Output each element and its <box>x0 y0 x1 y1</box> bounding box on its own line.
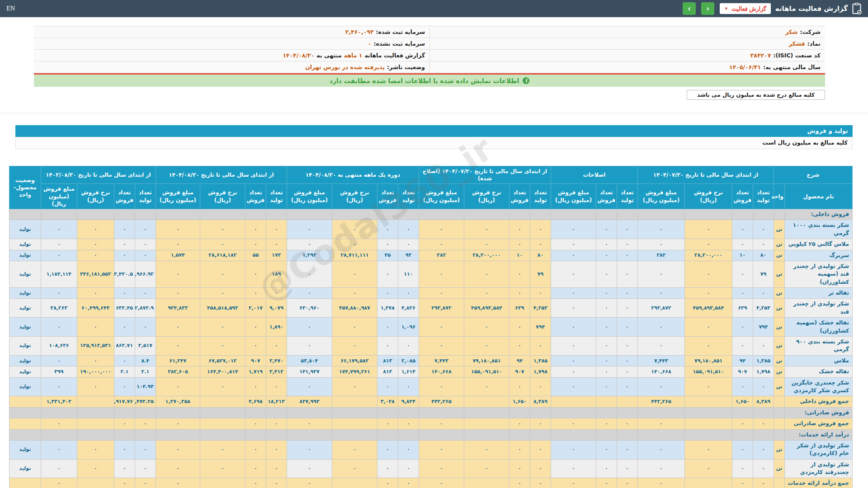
metric-column-header: تعداد تولید <box>753 184 774 209</box>
value-cell: ۰ <box>398 478 419 488</box>
value-cell: ۸۱۳ <box>377 355 398 366</box>
value-cell: ۰ <box>41 418 77 429</box>
value-cell: ۰ <box>637 220 684 239</box>
info-label: کد صنعت (ISIC): <box>773 52 821 59</box>
value-cell: ۰ <box>114 478 135 488</box>
metric-column-header: مبلغ فروش (میلیون ریال) <box>287 184 332 209</box>
value-cell: ۰ <box>200 440 245 459</box>
section-row: درآمد ارائه خدمات: <box>9 429 852 440</box>
value-cell: ۸۰ <box>753 250 774 261</box>
value-cell: ۰ <box>332 288 377 299</box>
info-field: سال مالی منتهی به:۱۴۰۵/۰۶/۳۱ <box>429 61 825 73</box>
value-cell <box>464 396 509 407</box>
value-cell: ۰ <box>617 250 637 261</box>
section-cell <box>287 407 332 418</box>
value-cell: ۰ <box>377 239 398 250</box>
value-cell: ۰ <box>377 318 398 337</box>
report-type-dropdown[interactable]: گزارش فعالیت ▼ <box>720 3 771 14</box>
value-cell: ۰ <box>77 440 114 459</box>
value-cell: ۲۸۲,۶۰۵ <box>156 366 200 377</box>
info-field: سرمایه ثبت شده:۲,۴۶۰,۰۹۳ <box>34 26 429 38</box>
value-cell: ۲,۰۱۷ <box>245 299 266 318</box>
value-cell: ۰ <box>617 478 637 488</box>
section-cell <box>156 429 200 440</box>
value-cell: ۰ <box>637 261 684 287</box>
period-group-header: دوره یک ماهه منتهی به ۱۴۰۴/۰۸/۳۰ <box>287 166 419 184</box>
product-name-cell: شکر بسته بندي ۹۰۰ گرمي <box>785 337 853 356</box>
value-cell: ۰ <box>41 478 77 488</box>
value-cell: ۶۰,۴۹۹,۶۴۴ <box>77 299 114 318</box>
info-label: سرمایه ثبت شده: <box>376 28 425 35</box>
value-cell: ۰ <box>419 261 464 287</box>
value-cell: ۰ <box>753 478 774 488</box>
value-cell: ۰ <box>464 261 509 287</box>
section-cell <box>419 407 464 418</box>
value-cell: ۰ <box>419 288 464 299</box>
value-cell: ۰ <box>135 288 156 299</box>
section-cell <box>530 429 551 440</box>
desc-group-header: شرح <box>774 166 852 184</box>
value-cell: ۰ <box>551 288 596 299</box>
value-cell: ۰ <box>596 288 617 299</box>
unit-cell: تن <box>774 261 784 287</box>
value-cell: ۰ <box>551 239 596 250</box>
value-cell: ۰ <box>77 220 114 239</box>
section-cell <box>617 407 637 418</box>
value-cell <box>77 418 114 429</box>
value-cell: ۰ <box>617 366 637 377</box>
unit-cell: تن <box>774 288 784 299</box>
section-cell <box>509 407 530 418</box>
previous-report-button[interactable]: ‹ <box>683 2 696 15</box>
period-group-header: اصلاحات <box>551 166 637 184</box>
status-cell: تولید <box>9 440 41 459</box>
value-cell: ۰ <box>617 459 637 478</box>
section-cell <box>377 209 398 220</box>
section-cell <box>135 209 156 220</box>
unit-column-header: واحد <box>774 184 784 209</box>
value-cell: ۰ <box>530 288 551 299</box>
metric-column-header: مبلغ فروش (میلیون ریال) <box>419 184 464 209</box>
section-cell <box>114 209 135 220</box>
info-value: ۱ ماهه <box>344 52 363 59</box>
value-cell: ۰ <box>551 318 596 337</box>
product-name-cell: ملاس گالني ۲۵ کیلویي <box>785 239 853 250</box>
status-cell: تولید <box>9 337 41 356</box>
value-cell: ۸۶۲.۷۱ <box>114 337 135 356</box>
value-cell: ۰ <box>377 261 398 287</box>
value-cell: ۰ <box>419 478 464 488</box>
status-cell: تولید <box>9 288 41 299</box>
value-cell: ۰ <box>135 220 156 239</box>
value-cell: ۰ <box>200 239 245 250</box>
section-cell <box>753 407 774 418</box>
total-row: جمع فروش صادراتی۰۰۰۰۰۰۰۰۰۰۰۰۰۰۰۰۰۰ <box>9 418 852 429</box>
value-cell: ۱,۰۹۶ <box>398 318 419 337</box>
value-cell: ۰ <box>287 318 332 337</box>
status-cell: تولید <box>9 355 41 366</box>
value-cell: ۰ <box>200 318 245 337</box>
value-cell: ۰ <box>464 239 509 250</box>
report-content: تولید و فروش کلیه مبالغ به میلیون ریال ا… <box>15 125 853 488</box>
value-cell: ۱۷۴,۷۹۹,۲۶۱ <box>332 366 377 377</box>
chevron-right-icon: › <box>707 4 709 13</box>
section-cell <box>684 407 732 418</box>
language-switch-en[interactable]: EN <box>6 5 15 12</box>
value-cell: ۹,۸۲۴ <box>398 396 419 407</box>
total-row: جمع درآمد ارائه خدمات۰۰۰۰۰۰۰۰۰۰۰۰۰۰۰۰۰۰ <box>9 478 852 488</box>
section-cell <box>637 429 684 440</box>
unit-cell: تن <box>774 250 784 261</box>
product-name-cell: جمع فروش داخلی <box>785 396 853 407</box>
value-cell: ۰ <box>684 440 732 459</box>
value-cell: ۰ <box>551 478 596 488</box>
value-cell: ۰ <box>732 440 753 459</box>
info-value: ۱۴۰۴/۰۸/۳۰ <box>283 52 314 59</box>
value-cell: ۰ <box>156 478 200 488</box>
value-cell: ۰ <box>266 220 287 239</box>
value-cell: ۰ <box>398 288 419 299</box>
value-cell: ۰ <box>41 250 77 261</box>
info-label: منتهی به <box>316 52 341 59</box>
value-cell: ۰ <box>77 239 114 250</box>
next-report-button[interactable]: › <box>701 2 714 15</box>
section-cell <box>156 407 200 418</box>
value-cell: ۰ <box>200 337 245 356</box>
value-cell: ۰ <box>77 250 114 261</box>
